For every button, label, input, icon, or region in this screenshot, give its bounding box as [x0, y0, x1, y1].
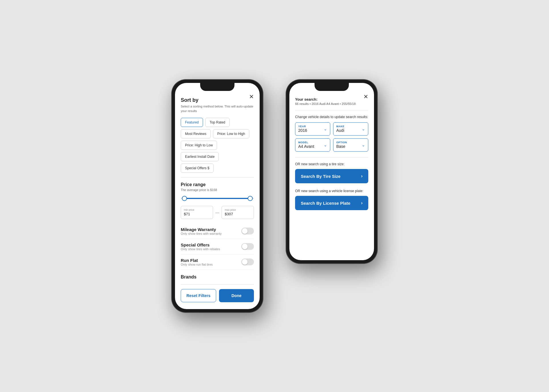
sort-title: Sort by [181, 97, 254, 103]
license-plate-or-label: OR new search using a vehicle license pl… [295, 189, 368, 193]
search-tire-size-label: Search By Tire Size [301, 174, 341, 179]
model-select[interactable]: MODEL A4 Avant ⌄ [295, 138, 330, 152]
model-label: MODEL [298, 141, 314, 144]
slider-thumb-left[interactable] [182, 196, 187, 201]
license-plate-arrow-icon: › [361, 200, 363, 206]
price-range-section: Price range The average price is $168 mi… [181, 182, 254, 219]
left-phone: ✕ Sort by Select a sorting method below.… [172, 79, 263, 313]
change-vehicle-label: Change vehicle details to update search … [295, 115, 368, 119]
mileage-warranty-knob [242, 228, 248, 234]
option-value: Base [336, 144, 345, 149]
mileage-warranty-sublabel: Only show tires with warranty [181, 232, 222, 235]
sort-btn-special-offers[interactable]: Special Offers $ [181, 164, 214, 173]
right-close-button[interactable]: ✕ [363, 94, 368, 100]
sort-section: Sort by Select a sorting method below. T… [181, 97, 254, 173]
sort-btn-featured[interactable]: Featured [181, 118, 203, 127]
max-price-label: max price [225, 208, 251, 211]
max-price-input[interactable]: max price $307 [222, 206, 254, 219]
reset-filters-button[interactable]: Reset Filters [181, 289, 216, 302]
mileage-warranty-toggle[interactable] [241, 228, 254, 234]
make-chevron-icon: ⌄ [362, 127, 365, 131]
tire-size-or-label: OR new search using a tire size: [295, 162, 368, 166]
year-select[interactable]: YEAR 2016 ⌄ [295, 122, 330, 136]
toggle-run-flat: Run Flat Only show run flat tires [181, 254, 254, 270]
right-divider-1 [295, 110, 368, 110]
year-value: 2016 [298, 128, 307, 133]
max-price-value: $307 [225, 212, 233, 216]
search-license-plate-label: Search By License Plate [301, 201, 350, 206]
tire-size-section: OR new search using a tire size: Search … [295, 162, 368, 183]
bottom-buttons: Reset Filters Done [181, 284, 254, 303]
change-vehicle-section: Change vehicle details to update search … [295, 115, 368, 152]
year-label: YEAR [298, 125, 307, 128]
toggles-section: Mileage Warranty Only show tires with wa… [181, 224, 254, 270]
toggle-mileage-warranty: Mileage Warranty Only show tires with wa… [181, 224, 254, 239]
your-search-title: Your search: [295, 97, 368, 102]
phones-container: ✕ Sort by Select a sorting method below.… [172, 79, 377, 313]
brands-title: Brands [181, 274, 254, 280]
sort-btn-earliest-install[interactable]: Earliest Install Date [181, 152, 219, 161]
special-offers-toggle[interactable] [241, 243, 254, 250]
slider-track [181, 198, 254, 199]
right-divider-2 [295, 157, 368, 158]
slider-fill [184, 198, 250, 199]
right-phone-content: ✕ Your search: 66 results • 2016 Audi A4… [289, 83, 374, 222]
divider-1 [181, 177, 254, 178]
mileage-warranty-label: Mileage Warranty [181, 227, 222, 232]
run-flat-label: Run Flat [181, 258, 213, 263]
sort-btn-price-low-high[interactable]: Price: Low to High [213, 129, 249, 138]
make-select[interactable]: MAKE Audi ⌄ [333, 122, 368, 136]
left-phone-inner: ✕ Sort by Select a sorting method below.… [175, 83, 260, 309]
sort-btn-most-reviews[interactable]: Most Reviews [181, 129, 211, 138]
right-notch [315, 83, 349, 91]
min-price-input[interactable]: min price $71 [181, 206, 213, 219]
min-price-value: $71 [184, 212, 190, 216]
left-close-button[interactable]: ✕ [249, 94, 254, 100]
license-plate-section: OR new search using a vehicle license pl… [295, 189, 368, 210]
slider-thumb-right[interactable] [248, 196, 253, 201]
year-chevron-icon: ⌄ [324, 127, 327, 131]
avg-price-text: The average price is $168 [181, 188, 254, 192]
option-chevron-icon: ⌄ [362, 143, 365, 147]
price-inputs: min price $71 — max price $307 [181, 206, 254, 219]
sort-subtitle: Select a sorting method below. This will… [181, 104, 254, 113]
price-slider[interactable] [181, 196, 254, 201]
special-offers-sublabel: Only show tires with rebates [181, 247, 220, 251]
special-offers-label: Special Offers [181, 242, 220, 247]
left-notch [200, 83, 234, 91]
left-phone-content: ✕ Sort by Select a sorting method below.… [175, 83, 260, 309]
sort-btn-top-rated[interactable]: Top Rated [205, 118, 230, 127]
right-phone-inner: ✕ Your search: 66 results • 2016 Audi A4… [289, 83, 374, 260]
model-value: A4 Avant [298, 144, 314, 149]
sort-btn-price-high-low[interactable]: Price: High to Low [181, 141, 217, 150]
right-phone: ✕ Your search: 66 results • 2016 Audi A4… [286, 79, 377, 264]
tire-size-arrow-icon: › [361, 174, 363, 179]
price-dash: — [215, 210, 219, 215]
toggle-special-offers: Special Offers Only show tires with reba… [181, 239, 254, 254]
your-search-detail: 66 results • 2016 Audi A4 Avant • 255/55… [295, 102, 368, 106]
make-label: MAKE [336, 125, 345, 128]
run-flat-knob [242, 259, 248, 265]
search-tire-size-button[interactable]: Search By Tire Size › [295, 169, 368, 183]
model-chevron-icon: ⌄ [324, 143, 327, 147]
run-flat-toggle[interactable] [241, 258, 254, 265]
done-button[interactable]: Done [219, 289, 254, 302]
option-select[interactable]: OPTION Base ⌄ [333, 138, 368, 152]
special-offers-knob [242, 244, 248, 249]
option-label: OPTION [336, 141, 347, 144]
your-search-section: Your search: 66 results • 2016 Audi A4 A… [295, 97, 368, 106]
min-price-label: min price [184, 208, 210, 211]
make-value: Audi [336, 128, 344, 133]
search-license-plate-button[interactable]: Search By License Plate › [295, 196, 368, 210]
vehicle-selects: YEAR 2016 ⌄ MAKE Audi ⌄ [295, 122, 368, 152]
sort-buttons-group: Featured Top Rated Most Reviews Price: L… [181, 118, 254, 173]
price-range-title: Price range [181, 182, 254, 187]
run-flat-sublabel: Only show run flat tires [181, 263, 213, 266]
